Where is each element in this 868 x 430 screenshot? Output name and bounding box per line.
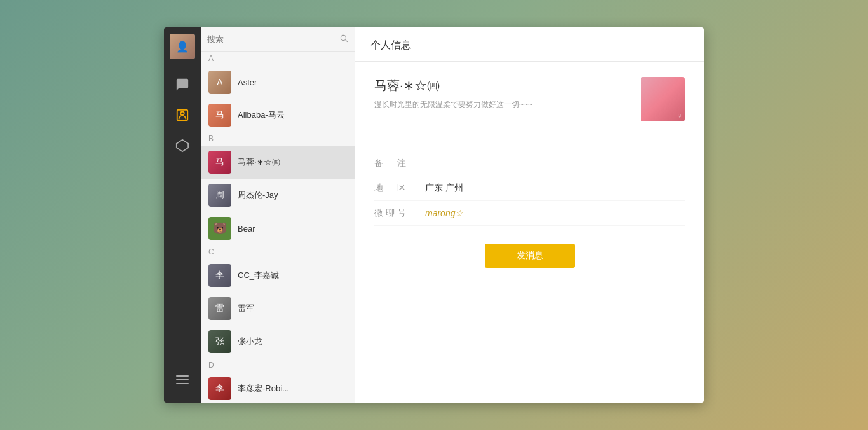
profile-info: 马蓉·∗☆㈣ 漫长时光里的无限温柔で要努力做好这一切~~~ [374,77,641,110]
nav-menu-icon[interactable] [170,367,195,392]
field-row-region: 地 区 广东 广州 [374,176,685,201]
contact-avatar-d1: 李 [208,377,231,400]
contact-name-jay: 周杰伦-Jay [238,190,278,201]
group-letter-a: A [201,52,355,66]
contact-name-aster: Aster [238,78,257,87]
svg-point-3 [341,35,346,40]
field-row-remark: 备 注 [374,151,685,176]
search-input[interactable] [207,34,336,44]
svg-point-1 [180,112,184,116]
contact-name-bear: Bear [238,224,255,233]
contact-avatar-cc: 李 [208,264,231,287]
field-value-region: 广东 广州 [425,183,463,194]
field-label-remark: 备 注 [374,158,425,169]
self-avatar[interactable]: 👤 [170,34,195,59]
nav-apps-icon[interactable] [170,133,195,158]
contact-item-zhang[interactable]: 张 张小龙 [201,325,355,358]
profile-fields: 备 注 地 区 广东 广州 微聊号 marong☆ [374,141,685,226]
profile-name: 马蓉·∗☆㈣ [374,77,641,94]
detail-panel: 个人信息 马蓉·∗☆㈣ 漫长时光里的无限温柔で要努力做好这一切~~~ 备 注 地… [355,27,704,403]
contact-name-marong: 马蓉·∗☆㈣ [238,156,280,168]
contact-name-d1: 李彦宏-Robi... [238,383,289,394]
svg-marker-2 [177,140,188,151]
contact-avatar-aster: A [208,71,231,94]
contact-name-zhang: 张小龙 [238,336,262,347]
sidebar-nav: 👤 [164,27,201,403]
send-btn-row: 发消息 [374,244,685,268]
contact-item-alibaba[interactable]: 马 Alibaba-马云 [201,99,355,132]
profile-photo [641,77,685,121]
contact-avatar-zhang: 张 [208,330,231,353]
contact-avatar-jay: 周 [208,184,231,207]
field-label-weixinid: 微聊号 [374,207,425,219]
contact-list: A A Aster 马 Alibaba-马云 B 马 马蓉·∗☆㈣ 周 周杰伦-… [201,27,355,403]
search-icon [339,34,348,45]
app-window: 👤 [164,27,704,403]
profile-top: 马蓉·∗☆㈣ 漫长时光里的无限温柔で要努力做好这一切~~~ [374,77,685,121]
send-message-button[interactable]: 发消息 [485,244,575,268]
contact-avatar-alibaba: 马 [208,104,231,127]
group-letter-b: B [201,132,355,146]
contact-scroll[interactable]: A A Aster 马 Alibaba-马云 B 马 马蓉·∗☆㈣ 周 周杰伦-… [201,52,355,403]
nav-contacts-icon[interactable] [170,102,195,128]
group-letter-d: D [201,358,355,372]
contact-name-leijun: 雷军 [238,303,254,314]
detail-title: 个人信息 [370,39,411,50]
detail-header: 个人信息 [355,27,704,62]
detail-body: 马蓉·∗☆㈣ 漫长时光里的无限温柔で要努力做好这一切~~~ 备 注 地 区 广东… [355,62,704,403]
contact-item-cc[interactable]: 李 CC_李嘉诚 [201,259,355,292]
nav-chat-icon[interactable] [170,72,195,97]
contact-avatar-leijun: 雷 [208,297,231,320]
contact-item-bear[interactable]: 🐻 Bear [201,212,355,245]
contact-item-marong[interactable]: 马 马蓉·∗☆㈣ [201,146,355,179]
field-row-weixinid: 微聊号 marong☆ [374,201,685,226]
contact-name-alibaba: Alibaba-马云 [238,109,285,121]
field-value-weixinid: marong☆ [425,208,463,218]
profile-bio: 漫长时光里的无限温柔で要努力做好这一切~~~ [374,99,641,110]
contact-name-cc: CC_李嘉诚 [238,270,279,281]
svg-line-4 [346,40,348,42]
contact-avatar-bear: 🐻 [208,217,231,240]
contact-item-jay[interactable]: 周 周杰伦-Jay [201,179,355,212]
contact-item-aster[interactable]: A Aster [201,66,355,99]
contact-item-d1[interactable]: 李 李彦宏-Robi... [201,372,355,403]
group-letter-c: C [201,245,355,259]
field-label-region: 地 区 [374,183,425,194]
contact-avatar-marong: 马 [208,151,231,174]
contact-item-leijun[interactable]: 雷 雷军 [201,292,355,325]
search-bar [201,27,355,52]
